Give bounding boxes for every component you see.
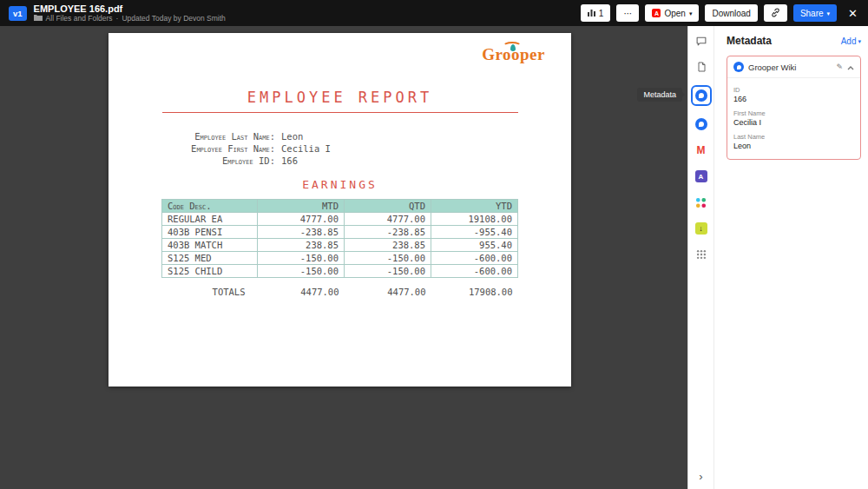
table-row: S125 MED-150.00-150.00-600.00	[162, 252, 518, 265]
table-row: 403B MATCH238.85238.85955.40	[162, 239, 518, 252]
comments-icon[interactable]	[695, 33, 707, 49]
updated-text: Updated Today by Devon Smith	[122, 14, 225, 23]
share-label: Share	[800, 9, 824, 18]
share-button[interactable]: Share ▾	[793, 4, 837, 22]
close-button[interactable]: ✕	[846, 7, 859, 20]
chevron-up-icon[interactable]	[847, 63, 854, 72]
link-icon	[771, 8, 780, 19]
employee-field: Employee Last Name:Leon	[108, 130, 571, 142]
metadata-field: ID166	[733, 86, 854, 104]
open-label: Open	[664, 9, 685, 18]
version-history-icon	[588, 9, 595, 18]
title-underline	[162, 112, 518, 113]
document-title: EMPLOYEE REPORT	[108, 33, 571, 106]
totals-label: TOTALS	[162, 287, 258, 297]
table-row: 403B PENSI-238.85-238.85-955.40	[162, 226, 518, 239]
document-viewer: Grooper EMPLOYEE REPORT Employee Last Na…	[0, 26, 687, 489]
totals-value: 17908.00	[431, 287, 518, 297]
caret-down-icon: ▾	[827, 10, 831, 17]
employee-field: Employee First Name:Cecilia I	[108, 142, 571, 155]
table-header: MTD	[258, 200, 345, 213]
employee-fields: Employee Last Name:LeonEmployee First Na…	[108, 130, 571, 167]
folder-icon	[34, 14, 43, 23]
version-count: 1	[599, 9, 604, 18]
earnings-table: Code Desc.MTDQTDYTD REGULAR EA4777.00477…	[161, 199, 518, 278]
earnings-heading: EARNINGS	[108, 178, 571, 191]
open-button[interactable]: A Open ▾	[645, 4, 699, 22]
edit-icon[interactable]: ✎	[836, 63, 843, 71]
totals-value: 4477.00	[345, 287, 431, 297]
card-source-title: Grooper Wiki	[748, 63, 796, 72]
table-row: REGULAR EA4777.004777.0019108.00	[162, 213, 518, 226]
grooper-logo: Grooper	[482, 45, 545, 64]
more-apps-icon[interactable]	[696, 247, 707, 262]
adobe-acrobat-icon[interactable]: A	[695, 169, 707, 184]
grooper-wiki-icon	[733, 62, 744, 72]
caret-down-icon: ▾	[858, 38, 861, 44]
file-info-icon[interactable]	[696, 59, 707, 75]
grooper-wiki-icon[interactable]	[691, 85, 712, 106]
breadcrumb[interactable]: All Files and Folders	[46, 14, 113, 23]
separator-dot: ·	[116, 14, 119, 23]
employee-field: Employee ID:166	[108, 155, 571, 167]
download-app-icon[interactable]: ↓	[695, 221, 707, 236]
table-header: Code Desc.	[162, 200, 258, 213]
totals-value: 4477.00	[258, 287, 345, 297]
metadata-panel: Metadata Add ▾ Grooper Wiki ✎ ID166First…	[713, 26, 868, 489]
integration-sidebar: M A ↓ ›	[687, 26, 713, 489]
caret-down-icon: ▾	[689, 10, 693, 17]
gmail-icon[interactable]: M	[697, 142, 706, 158]
metadata-tooltip: Metadata	[637, 88, 682, 102]
version-badge[interactable]: v1	[9, 6, 27, 21]
collapse-panel-button[interactable]: ›	[688, 471, 713, 482]
pdf-icon: A	[652, 9, 661, 17]
slack-icon[interactable]	[695, 195, 707, 210]
table-row: S125 CHILD-150.00-150.00-600.00	[162, 265, 518, 278]
table-header: YTD	[431, 200, 518, 213]
table-header: QTD	[345, 200, 431, 213]
ellipsis-icon: ⋯	[623, 9, 632, 18]
file-title: EMPLOYEE 166.pdf	[34, 3, 226, 14]
panel-title: Metadata	[727, 35, 772, 47]
table-header-row: Code Desc.MTDQTDYTD	[162, 200, 518, 213]
blue-app-logo	[695, 118, 707, 130]
logo-drop-icon	[510, 44, 516, 51]
download-button[interactable]: Download	[705, 4, 757, 22]
metadata-field: Last NameLeon	[733, 133, 854, 151]
totals-row: TOTALS 4477.004477.0017908.00	[162, 287, 518, 297]
version-history-button[interactable]: 1	[581, 4, 611, 22]
topbar: v1 EMPLOYEE 166.pdf All Files and Folder…	[0, 0, 868, 26]
blue-app-icon[interactable]	[695, 116, 707, 132]
add-metadata-button[interactable]: Add ▾	[841, 36, 861, 46]
metadata-card: Grooper Wiki ✎ ID166First NameCecilia IL…	[727, 56, 861, 160]
grooper-wiki-logo	[695, 89, 707, 102]
copy-link-button[interactable]	[764, 4, 787, 22]
more-options-button[interactable]: ⋯	[616, 4, 639, 22]
metadata-field: First NameCecilia I	[733, 109, 854, 128]
document-page: Grooper EMPLOYEE REPORT Employee Last Na…	[108, 33, 571, 387]
